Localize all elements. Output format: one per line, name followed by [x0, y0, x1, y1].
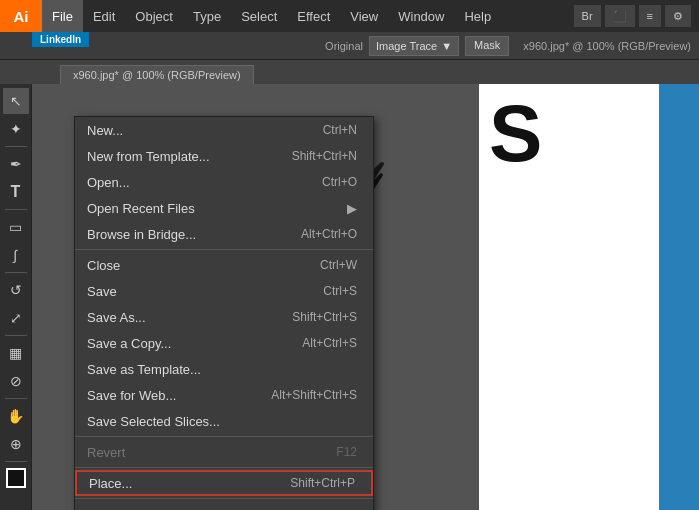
menu-open-recent[interactable]: Open Recent Files ▶: [75, 195, 373, 221]
menu-new[interactable]: New... Ctrl+N: [75, 117, 373, 143]
menubar-right: Br ⬛ ≡ ⚙: [574, 5, 699, 27]
menu-save-template[interactable]: Save as Template...: [75, 356, 373, 382]
graph-tool[interactable]: ▦: [3, 340, 29, 366]
menu-file[interactable]: File: [42, 0, 83, 32]
toolbar-separator-5: [5, 398, 27, 399]
toolbar-separator-2: [5, 209, 27, 210]
menu-sep-1: [75, 249, 373, 250]
rectangle-tool[interactable]: ▭: [3, 214, 29, 240]
original-label: Original: [325, 40, 363, 52]
menu-edit[interactable]: Edit: [83, 0, 125, 32]
scale-tool[interactable]: ⤢: [3, 305, 29, 331]
menu-save-copy[interactable]: Save a Copy... Alt+Ctrl+S: [75, 330, 373, 356]
toolbar-separator-1: [5, 146, 27, 147]
main-area: ↖ ✦ ✒ T ▭ ∫ ↺ ⤢ ▦ ⊘ ✋ ⊕ S New...: [0, 84, 699, 510]
fill-color[interactable]: [6, 468, 26, 488]
toolbar-separator-4: [5, 335, 27, 336]
hand-tool[interactable]: ✋: [3, 403, 29, 429]
secondary-toolbar: LinkedIn Original Image Trace ▼ Mask x96…: [0, 32, 699, 60]
menu-sep-4: [75, 498, 373, 499]
file-dropdown-menu: New... Ctrl+N New from Template... Shift…: [74, 116, 374, 510]
eyedropper-tool[interactable]: ⊘: [3, 368, 29, 394]
brush-tool[interactable]: ∫: [3, 242, 29, 268]
app-logo: Ai: [0, 0, 42, 32]
menu-save-as[interactable]: Save As... Shift+Ctrl+S: [75, 304, 373, 330]
workspace-button[interactable]: ⬛: [605, 5, 635, 27]
zoom-tool[interactable]: ⊕: [3, 431, 29, 457]
panel-button[interactable]: ≡: [639, 5, 661, 27]
selection-tool[interactable]: ↖: [3, 88, 29, 114]
file-info: x960.jpg* @ 100% (RGB/Preview): [523, 40, 691, 52]
menu-save-web[interactable]: Save for Web... Alt+Shift+Ctrl+S: [75, 382, 373, 408]
dropdown-arrow-icon: ▼: [441, 40, 452, 52]
bridge-button[interactable]: Br: [574, 5, 601, 27]
menu-place[interactable]: Place... Shift+Ctrl+P: [75, 470, 373, 496]
menu-bridge[interactable]: Browse in Bridge... Alt+Ctrl+O: [75, 221, 373, 247]
settings-button[interactable]: ⚙: [665, 5, 691, 27]
left-toolbar: ↖ ✦ ✒ T ▭ ∫ ↺ ⤢ ▦ ⊘ ✋ ⊕: [0, 84, 32, 510]
toolbar-separator-6: [5, 461, 27, 462]
menu-save-selected[interactable]: Save Selected Slices...: [75, 408, 373, 434]
mask-button[interactable]: Mask: [465, 36, 509, 56]
image-trace-dropdown[interactable]: Image Trace ▼: [369, 36, 459, 56]
menu-view[interactable]: View: [340, 0, 388, 32]
canvas-white: S: [479, 84, 659, 510]
menu-object[interactable]: Object: [125, 0, 183, 32]
menu-revert[interactable]: Revert F12: [75, 439, 373, 465]
menu-save[interactable]: Save Ctrl+S: [75, 278, 373, 304]
rotate-tool[interactable]: ↺: [3, 277, 29, 303]
tabbar: x960.jpg* @ 100% (RGB/Preview): [0, 60, 699, 84]
menu-save-ms[interactable]: Save for Microsoft Office...: [75, 501, 373, 510]
menubar: Ai File Edit Object Type Select Effect V…: [0, 0, 699, 32]
menu-new-template[interactable]: New from Template... Shift+Ctrl+N: [75, 143, 373, 169]
canvas-letter: S: [489, 94, 542, 174]
document-tab[interactable]: x960.jpg* @ 100% (RGB/Preview): [60, 65, 254, 84]
menu-effect[interactable]: Effect: [287, 0, 340, 32]
canvas-background: S: [479, 84, 699, 510]
canvas-blue-strip: [659, 84, 699, 510]
toolbar-separator-3: [5, 272, 27, 273]
menu-sep-3: [75, 467, 373, 468]
type-tool[interactable]: T: [3, 179, 29, 205]
menu-select[interactable]: Select: [231, 0, 287, 32]
menu-window[interactable]: Window: [388, 0, 454, 32]
menu-open[interactable]: Open... Ctrl+O: [75, 169, 373, 195]
menu-type[interactable]: Type: [183, 0, 231, 32]
linkedin-badge: LinkedIn: [32, 32, 89, 47]
canvas-area: S New... Ctrl+N New from Template... Shi…: [32, 84, 699, 510]
pen-tool[interactable]: ✒: [3, 151, 29, 177]
direct-selection-tool[interactable]: ✦: [3, 116, 29, 142]
menu-help[interactable]: Help: [454, 0, 501, 32]
menu-sep-2: [75, 436, 373, 437]
menu-close[interactable]: Close Ctrl+W: [75, 252, 373, 278]
